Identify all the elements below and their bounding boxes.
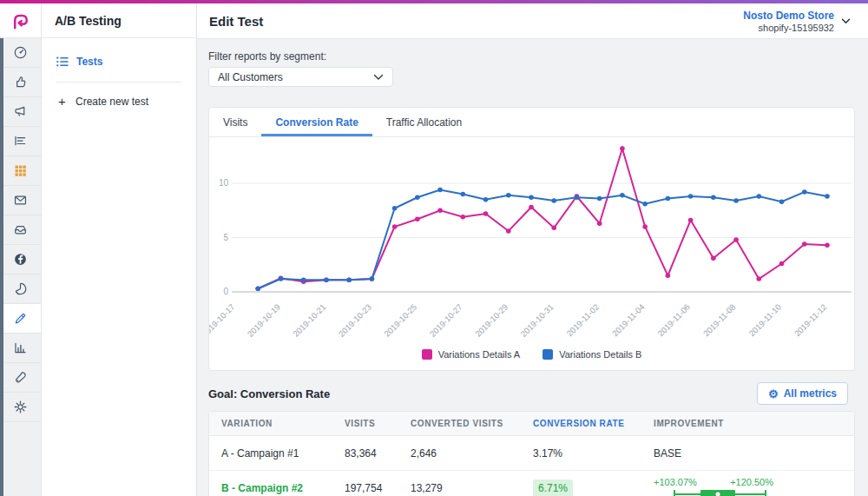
sidebar-item-content[interactable]	[0, 127, 41, 156]
svg-text:2019-10-23: 2019-10-23	[337, 302, 373, 339]
create-new-test-button[interactable]: + Create new test	[56, 89, 196, 113]
all-metrics-label: All metrics	[784, 387, 837, 400]
svg-text:2019-11-04: 2019-11-04	[610, 302, 647, 339]
sidebar-item-tools[interactable]	[0, 363, 41, 393]
svg-text:2019-10-21: 2019-10-21	[291, 302, 327, 339]
svg-text:2019-11-10: 2019-11-10	[746, 302, 783, 339]
svg-text:2019-10-29: 2019-10-29	[473, 302, 510, 339]
segment-select[interactable]: All Customers	[208, 67, 393, 87]
svg-text:0: 0	[223, 287, 228, 296]
variation-b-improvement: +103.07% +120.50%	[641, 477, 773, 496]
confidence-interval-median-dot	[716, 493, 720, 496]
pie-chart-icon	[13, 281, 28, 296]
legend-swatch	[422, 349, 432, 360]
col-conversion-rate: CONVERSION RATE	[521, 419, 641, 428]
variation-a-visits: 83,364	[332, 447, 398, 460]
sidebar-item-settings[interactable]	[0, 393, 41, 422]
conversion-rate-badge: 6.71%	[533, 479, 573, 496]
sidebar-item-ads[interactable]	[0, 274, 41, 304]
chevron-down-icon	[841, 18, 851, 24]
col-variation: VARIATION	[209, 419, 332, 428]
envelope-icon	[13, 193, 28, 208]
sidebar-item-recommendations[interactable]	[0, 68, 41, 97]
account-id: shopify-15195932	[743, 23, 834, 33]
sidebar-item-facebook[interactable]	[0, 245, 41, 274]
segment-select-value: All Customers	[218, 71, 283, 83]
tests-label: Tests	[76, 56, 102, 68]
sidebar-item-dashboard[interactable]	[0, 38, 41, 68]
chevron-down-icon	[373, 74, 384, 81]
report-card: Visits Conversion Rate Traffic Allocatio…	[208, 107, 855, 371]
megaphone-icon	[13, 104, 28, 119]
sidebar-item-email[interactable]	[0, 186, 41, 215]
svg-text:2019-11-06: 2019-11-06	[655, 302, 692, 339]
variation-a-improvement: BASE	[641, 447, 854, 460]
sidebar-title: A/B Testing	[42, 3, 196, 38]
table-header-row: VARIATION VISITS CONVERTED VISITS CONVER…	[209, 412, 854, 436]
svg-text:2019-11-08: 2019-11-08	[701, 302, 738, 339]
ab-testing-sidebar: A/B Testing Tests + Create new test	[42, 3, 197, 496]
svg-text:2019-10-27: 2019-10-27	[428, 302, 464, 339]
main-area: Edit Test Nosto Demo Store shopify-15195…	[197, 3, 868, 496]
gear-icon	[13, 400, 28, 414]
plus-icon: +	[56, 95, 68, 108]
sidebar-item-tests[interactable]: Tests	[56, 50, 196, 73]
facebook-icon	[13, 252, 28, 267]
account-switcher[interactable]: Nosto Demo Store shopify-15195932	[743, 10, 851, 33]
legend-item: Variations Details A	[422, 349, 521, 360]
create-new-test-label: Create new test	[76, 96, 148, 108]
collapsed-nav-strip	[0, 38, 3, 496]
tab-traffic-allocation[interactable]: Traffic Allocation	[372, 108, 476, 136]
bar-chart-icon	[13, 341, 28, 355]
table-row-variation-a[interactable]: A - Campaign #1 83,364 2,646 3.17% BASE	[209, 436, 854, 471]
sidebar-item-category-grid[interactable]	[0, 156, 41, 186]
app-window: A/B Testing Tests + Create new test	[0, 0, 868, 496]
svg-text:2019-10-17: 2019-10-17	[209, 302, 236, 339]
variation-a-name: A - Campaign #1	[209, 447, 332, 460]
improvement-high-label: +120.50%	[730, 477, 773, 487]
sidebar-item-inbox[interactable]	[0, 215, 41, 245]
tab-visits[interactable]: Visits	[209, 108, 261, 136]
list-icon	[56, 56, 69, 67]
icon-sidebar	[0, 3, 42, 496]
gear-icon: ⚙	[768, 388, 779, 400]
pencil-icon	[13, 311, 28, 326]
variation-b-converted: 13,279	[398, 482, 521, 494]
svg-text:2019-10-25: 2019-10-25	[382, 302, 418, 339]
col-converted-visits: CONVERTED VISITS	[398, 419, 521, 428]
goal-title: Goal: Conversion Rate	[208, 387, 330, 400]
nosto-logo[interactable]	[0, 3, 41, 38]
confidence-interval-plot	[674, 490, 766, 496]
svg-text:5: 5	[223, 233, 228, 242]
chart-legend: Variations Details AVariations Details B	[209, 341, 854, 367]
svg-text:10: 10	[219, 178, 229, 188]
tab-conversion-rate[interactable]: Conversion Rate	[261, 108, 372, 136]
segment-filter-label: Filter reports by segment:	[208, 50, 855, 63]
sidebar-item-campaigns[interactable]	[0, 97, 41, 127]
sidebar-item-analytics[interactable]	[0, 334, 41, 363]
results-table: VARIATION VISITS CONVERTED VISITS CONVER…	[208, 411, 855, 496]
variation-a-rate: 3.17%	[521, 447, 641, 460]
wrench-icon	[13, 370, 28, 385]
svg-text:2019-10-31: 2019-10-31	[518, 302, 555, 339]
goal-row: Goal: Conversion Rate ⚙ All metrics	[208, 382, 855, 405]
svg-text:2019-10-19: 2019-10-19	[246, 302, 282, 339]
nosto-logo-icon	[10, 10, 31, 31]
all-metrics-button[interactable]: ⚙ All metrics	[757, 382, 848, 405]
variation-a-converted: 2,646	[398, 447, 521, 460]
report-tabs: Visits Conversion Rate Traffic Allocatio…	[209, 108, 854, 137]
sidebar-item-ab-testing[interactable]	[0, 304, 41, 334]
inbox-icon	[13, 222, 28, 237]
conversion-rate-chart: 05102019-10-172019-10-192019-10-212019-1…	[209, 137, 854, 341]
text-lines-icon	[13, 134, 28, 149]
table-row-variation-b[interactable]: B - Campaign #2 197,754 13,279 6.71% +10…	[209, 471, 854, 496]
page-title: Edit Test	[209, 14, 263, 29]
speedometer-icon	[13, 45, 28, 60]
legend-item: Variations Details B	[542, 349, 641, 360]
confidence-interval-box	[700, 490, 735, 496]
variation-b-visits: 197,754	[332, 482, 398, 494]
col-improvement: IMPROVEMENT	[641, 419, 854, 428]
sidebar-divider	[56, 82, 181, 83]
svg-text:2019-11-12: 2019-11-12	[792, 302, 829, 339]
legend-swatch	[542, 349, 553, 360]
